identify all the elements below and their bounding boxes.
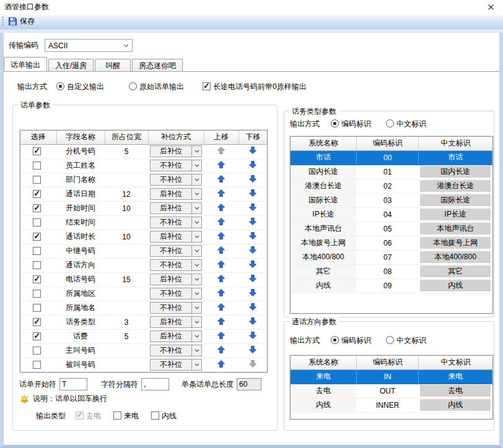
move-up-button[interactable] <box>217 160 225 169</box>
pad-mode-select[interactable]: 后补位 <box>150 274 202 285</box>
combo-chevron[interactable] <box>191 303 201 313</box>
move-up-button[interactable] <box>217 360 225 368</box>
code-table-row[interactable]: 本地拨号上网06本地拨号上网 <box>291 236 492 250</box>
pad-mode-select[interactable]: 不补位 <box>150 345 202 356</box>
field-checkbox[interactable] <box>33 147 41 155</box>
pad-mode-select[interactable]: 不补位 <box>150 302 202 314</box>
field-checkbox[interactable] <box>33 233 41 241</box>
combo-chevron[interactable] <box>191 217 201 228</box>
move-up-button[interactable] <box>217 274 225 283</box>
move-up-button[interactable] <box>217 246 225 254</box>
move-up-button[interactable] <box>217 174 225 183</box>
code-table-row[interactable]: IP长途04IP长途 <box>291 207 492 222</box>
field-checkbox[interactable] <box>33 204 41 212</box>
combo-chevron[interactable] <box>191 331 201 342</box>
pad-mode-select[interactable]: 不补位 <box>150 160 202 171</box>
move-down-button[interactable] <box>248 174 257 183</box>
combo-chevron[interactable] <box>191 146 201 157</box>
pad-mode-select[interactable]: 不补位 <box>150 359 202 371</box>
radio-chinese-id[interactable]: 中文标识 <box>386 335 426 346</box>
move-up-button[interactable] <box>217 189 225 197</box>
field-checkbox[interactable] <box>33 162 41 170</box>
pad-mode-select[interactable]: 不补位 <box>150 245 202 257</box>
move-down-button[interactable] <box>248 160 257 169</box>
pad-mode-select[interactable]: 后补位 <box>150 231 202 243</box>
move-up-button[interactable] <box>217 288 225 297</box>
field-checkbox[interactable] <box>33 261 41 269</box>
combo-chevron[interactable] <box>191 260 201 270</box>
field-checkbox[interactable] <box>33 290 41 298</box>
combo-chevron[interactable] <box>191 274 201 285</box>
move-down-button[interactable] <box>248 260 257 269</box>
pad-mode-select[interactable]: 后补位 <box>150 145 202 157</box>
move-up-button[interactable] <box>217 317 225 325</box>
encoding-select[interactable]: ASCII <box>45 39 133 52</box>
move-down-button[interactable] <box>248 274 257 283</box>
code-table-row[interactable]: 内线09内线 <box>291 278 492 293</box>
move-down-button[interactable] <box>248 331 257 340</box>
move-up-button[interactable] <box>217 303 225 311</box>
radio-custom-output[interactable]: 自定义输出 <box>56 82 104 92</box>
pad-mode-select[interactable]: 不补位 <box>150 259 202 271</box>
tab-wakeup[interactable]: 叫醒 <box>95 59 131 71</box>
move-down-button[interactable] <box>248 231 257 240</box>
combo-chevron[interactable] <box>191 174 201 185</box>
move-down-button[interactable] <box>248 345 257 354</box>
checkbox-incoming[interactable]: 来电 <box>113 411 139 421</box>
move-up-button[interactable] <box>217 203 225 212</box>
field-checkbox[interactable] <box>33 332 41 340</box>
pad-mode-select[interactable]: 不补位 <box>150 174 202 186</box>
move-up-button[interactable] <box>217 217 225 226</box>
move-down-button[interactable] <box>248 317 257 325</box>
move-up-button[interactable] <box>217 260 225 269</box>
pad-mode-select[interactable]: 后补位 <box>150 188 202 200</box>
field-checkbox[interactable] <box>33 304 41 312</box>
checkbox-longdistance-zero[interactable]: 长途电话号码前带0原样输出 <box>203 82 307 92</box>
combo-chevron[interactable] <box>191 160 201 171</box>
code-table-row[interactable]: 去电OUT去电 <box>291 384 492 398</box>
pad-mode-select[interactable]: 不补位 <box>150 217 202 228</box>
field-checkbox[interactable] <box>33 361 41 369</box>
code-table-row[interactable]: 本地400/80007本地400/800 <box>291 250 492 264</box>
move-up-button[interactable] <box>217 231 225 240</box>
code-table-row[interactable]: 内线INNER内线 <box>291 398 492 412</box>
combo-chevron[interactable] <box>191 246 201 256</box>
field-checkbox[interactable] <box>33 275 41 283</box>
pad-mode-select[interactable]: 后补位 <box>150 330 202 342</box>
move-down-button[interactable] <box>248 146 257 155</box>
field-checkbox[interactable] <box>33 347 41 355</box>
field-checkbox[interactable] <box>33 176 41 184</box>
tab-checkin-checkout[interactable]: 入住/退房 <box>48 59 94 71</box>
pad-mode-select[interactable]: 不补位 <box>150 288 202 299</box>
start-char-input[interactable] <box>59 378 87 390</box>
code-table-row[interactable]: 本地声讯台05本地声讯台 <box>291 222 492 236</box>
close-button[interactable] <box>486 2 496 11</box>
field-checkbox[interactable] <box>33 247 41 255</box>
combo-chevron[interactable] <box>191 317 201 327</box>
combo-chevron[interactable] <box>191 360 201 370</box>
field-checkbox[interactable] <box>33 318 41 326</box>
move-down-button[interactable] <box>248 246 257 254</box>
separator-input[interactable] <box>141 378 169 390</box>
radio-code-id[interactable]: 编码标识 <box>331 119 371 129</box>
code-table-row[interactable]: 其它08其它 <box>291 264 492 278</box>
combo-chevron[interactable] <box>191 345 201 356</box>
move-down-button[interactable] <box>248 189 257 197</box>
tab-roomstatus-minibar[interactable]: 房态迷你吧 <box>132 59 183 71</box>
pad-mode-select[interactable]: 后补位 <box>150 202 202 214</box>
checkbox-internal[interactable]: 内线 <box>151 411 177 421</box>
code-table-row[interactable]: 市话00市话 <box>291 150 492 165</box>
move-down-button[interactable] <box>248 303 257 311</box>
move-up-button[interactable] <box>217 331 225 340</box>
code-table-row[interactable]: 来电IN来电 <box>291 369 492 384</box>
toolbar-grip[interactable] <box>2 17 4 27</box>
field-checkbox[interactable] <box>33 218 41 226</box>
combo-chevron[interactable] <box>191 203 201 213</box>
move-down-button[interactable] <box>248 203 257 212</box>
code-table-row[interactable]: 港澳台长途02港澳台长途 <box>291 179 492 193</box>
combo-chevron[interactable] <box>191 288 201 299</box>
radio-raw-output[interactable]: 原始话单输出 <box>129 82 184 92</box>
move-down-button[interactable] <box>248 217 257 226</box>
radio-chinese-id[interactable]: 中文标识 <box>386 119 426 129</box>
field-checkbox[interactable] <box>33 190 41 198</box>
